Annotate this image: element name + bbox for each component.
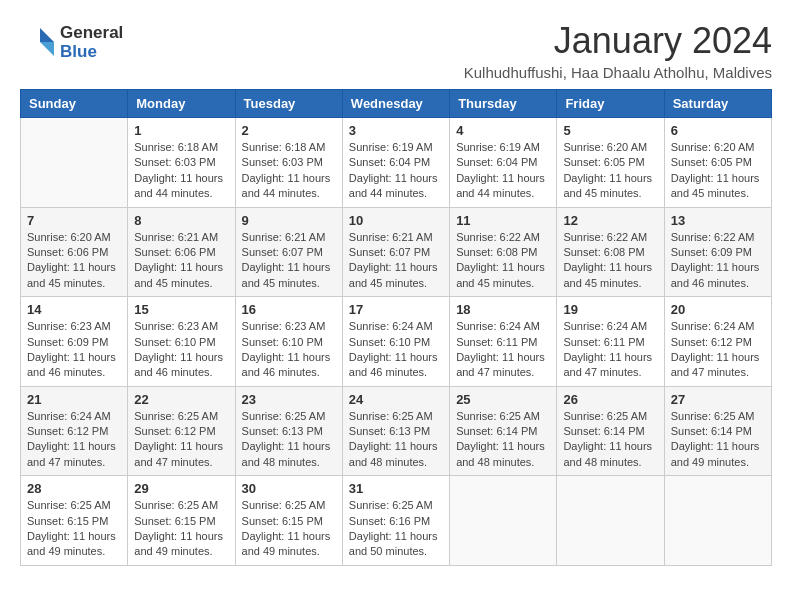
- day-number: 15: [134, 302, 228, 317]
- day-number: 7: [27, 213, 121, 228]
- table-row: 5Sunrise: 6:20 AMSunset: 6:05 PMDaylight…: [557, 118, 664, 208]
- table-row: [21, 118, 128, 208]
- logo-blue: Blue: [60, 43, 123, 62]
- day-info: Sunrise: 6:25 AMSunset: 6:12 PMDaylight:…: [134, 409, 228, 471]
- day-info: Sunrise: 6:24 AMSunset: 6:12 PMDaylight:…: [671, 319, 765, 381]
- day-info: Sunrise: 6:24 AMSunset: 6:10 PMDaylight:…: [349, 319, 443, 381]
- day-number: 19: [563, 302, 657, 317]
- day-number: 27: [671, 392, 765, 407]
- calendar-week-row: 1Sunrise: 6:18 AMSunset: 6:03 PMDaylight…: [21, 118, 772, 208]
- weekday-header: Sunday: [21, 90, 128, 118]
- day-number: 10: [349, 213, 443, 228]
- day-info: Sunrise: 6:22 AMSunset: 6:08 PMDaylight:…: [456, 230, 550, 292]
- day-number: 23: [242, 392, 336, 407]
- location-title: Kulhudhuffushi, Haa Dhaalu Atholhu, Mald…: [464, 64, 772, 81]
- day-info: Sunrise: 6:19 AMSunset: 6:04 PMDaylight:…: [349, 140, 443, 202]
- calendar-week-row: 7Sunrise: 6:20 AMSunset: 6:06 PMDaylight…: [21, 207, 772, 297]
- day-number: 31: [349, 481, 443, 496]
- table-row: 21Sunrise: 6:24 AMSunset: 6:12 PMDayligh…: [21, 386, 128, 476]
- calendar-header-row: SundayMondayTuesdayWednesdayThursdayFrid…: [21, 90, 772, 118]
- table-row: 18Sunrise: 6:24 AMSunset: 6:11 PMDayligh…: [450, 297, 557, 387]
- calendar-week-row: 14Sunrise: 6:23 AMSunset: 6:09 PMDayligh…: [21, 297, 772, 387]
- table-row: [664, 476, 771, 566]
- table-row: 20Sunrise: 6:24 AMSunset: 6:12 PMDayligh…: [664, 297, 771, 387]
- table-row: 11Sunrise: 6:22 AMSunset: 6:08 PMDayligh…: [450, 207, 557, 297]
- table-row: [450, 476, 557, 566]
- day-number: 20: [671, 302, 765, 317]
- day-info: Sunrise: 6:22 AMSunset: 6:08 PMDaylight:…: [563, 230, 657, 292]
- day-info: Sunrise: 6:19 AMSunset: 6:04 PMDaylight:…: [456, 140, 550, 202]
- table-row: 14Sunrise: 6:23 AMSunset: 6:09 PMDayligh…: [21, 297, 128, 387]
- day-number: 9: [242, 213, 336, 228]
- calendar-table: SundayMondayTuesdayWednesdayThursdayFrid…: [20, 89, 772, 566]
- table-row: 24Sunrise: 6:25 AMSunset: 6:13 PMDayligh…: [342, 386, 449, 476]
- table-row: 23Sunrise: 6:25 AMSunset: 6:13 PMDayligh…: [235, 386, 342, 476]
- day-info: Sunrise: 6:25 AMSunset: 6:14 PMDaylight:…: [671, 409, 765, 471]
- day-number: 29: [134, 481, 228, 496]
- table-row: 17Sunrise: 6:24 AMSunset: 6:10 PMDayligh…: [342, 297, 449, 387]
- table-row: 26Sunrise: 6:25 AMSunset: 6:14 PMDayligh…: [557, 386, 664, 476]
- page-header: General Blue January 2024 Kulhudhuffushi…: [20, 20, 772, 81]
- table-row: 6Sunrise: 6:20 AMSunset: 6:05 PMDaylight…: [664, 118, 771, 208]
- table-row: [557, 476, 664, 566]
- table-row: 29Sunrise: 6:25 AMSunset: 6:15 PMDayligh…: [128, 476, 235, 566]
- table-row: 31Sunrise: 6:25 AMSunset: 6:16 PMDayligh…: [342, 476, 449, 566]
- day-number: 16: [242, 302, 336, 317]
- table-row: 2Sunrise: 6:18 AMSunset: 6:03 PMDaylight…: [235, 118, 342, 208]
- day-number: 18: [456, 302, 550, 317]
- table-row: 7Sunrise: 6:20 AMSunset: 6:06 PMDaylight…: [21, 207, 128, 297]
- table-row: 30Sunrise: 6:25 AMSunset: 6:15 PMDayligh…: [235, 476, 342, 566]
- day-number: 5: [563, 123, 657, 138]
- table-row: 10Sunrise: 6:21 AMSunset: 6:07 PMDayligh…: [342, 207, 449, 297]
- calendar-week-row: 28Sunrise: 6:25 AMSunset: 6:15 PMDayligh…: [21, 476, 772, 566]
- day-info: Sunrise: 6:25 AMSunset: 6:13 PMDaylight:…: [242, 409, 336, 471]
- weekday-header: Saturday: [664, 90, 771, 118]
- table-row: 16Sunrise: 6:23 AMSunset: 6:10 PMDayligh…: [235, 297, 342, 387]
- logo: General Blue: [20, 24, 123, 62]
- day-number: 14: [27, 302, 121, 317]
- day-info: Sunrise: 6:20 AMSunset: 6:06 PMDaylight:…: [27, 230, 121, 292]
- day-info: Sunrise: 6:25 AMSunset: 6:16 PMDaylight:…: [349, 498, 443, 560]
- day-number: 28: [27, 481, 121, 496]
- day-info: Sunrise: 6:24 AMSunset: 6:11 PMDaylight:…: [456, 319, 550, 381]
- weekday-header: Wednesday: [342, 90, 449, 118]
- day-info: Sunrise: 6:25 AMSunset: 6:14 PMDaylight:…: [456, 409, 550, 471]
- day-number: 21: [27, 392, 121, 407]
- table-row: 1Sunrise: 6:18 AMSunset: 6:03 PMDaylight…: [128, 118, 235, 208]
- day-number: 2: [242, 123, 336, 138]
- day-info: Sunrise: 6:18 AMSunset: 6:03 PMDaylight:…: [242, 140, 336, 202]
- title-block: January 2024 Kulhudhuffushi, Haa Dhaalu …: [464, 20, 772, 81]
- table-row: 8Sunrise: 6:21 AMSunset: 6:06 PMDaylight…: [128, 207, 235, 297]
- day-info: Sunrise: 6:23 AMSunset: 6:10 PMDaylight:…: [242, 319, 336, 381]
- day-info: Sunrise: 6:21 AMSunset: 6:07 PMDaylight:…: [242, 230, 336, 292]
- day-number: 8: [134, 213, 228, 228]
- table-row: 12Sunrise: 6:22 AMSunset: 6:08 PMDayligh…: [557, 207, 664, 297]
- day-info: Sunrise: 6:23 AMSunset: 6:09 PMDaylight:…: [27, 319, 121, 381]
- day-info: Sunrise: 6:25 AMSunset: 6:13 PMDaylight:…: [349, 409, 443, 471]
- day-number: 22: [134, 392, 228, 407]
- table-row: 19Sunrise: 6:24 AMSunset: 6:11 PMDayligh…: [557, 297, 664, 387]
- day-info: Sunrise: 6:20 AMSunset: 6:05 PMDaylight:…: [671, 140, 765, 202]
- table-row: 15Sunrise: 6:23 AMSunset: 6:10 PMDayligh…: [128, 297, 235, 387]
- day-info: Sunrise: 6:20 AMSunset: 6:05 PMDaylight:…: [563, 140, 657, 202]
- weekday-header: Friday: [557, 90, 664, 118]
- table-row: 3Sunrise: 6:19 AMSunset: 6:04 PMDaylight…: [342, 118, 449, 208]
- table-row: 27Sunrise: 6:25 AMSunset: 6:14 PMDayligh…: [664, 386, 771, 476]
- table-row: 4Sunrise: 6:19 AMSunset: 6:04 PMDaylight…: [450, 118, 557, 208]
- day-number: 26: [563, 392, 657, 407]
- table-row: 13Sunrise: 6:22 AMSunset: 6:09 PMDayligh…: [664, 207, 771, 297]
- day-info: Sunrise: 6:25 AMSunset: 6:15 PMDaylight:…: [134, 498, 228, 560]
- logo-icon: [20, 24, 58, 62]
- day-info: Sunrise: 6:21 AMSunset: 6:06 PMDaylight:…: [134, 230, 228, 292]
- day-number: 12: [563, 213, 657, 228]
- day-info: Sunrise: 6:25 AMSunset: 6:14 PMDaylight:…: [563, 409, 657, 471]
- day-number: 24: [349, 392, 443, 407]
- day-number: 4: [456, 123, 550, 138]
- day-info: Sunrise: 6:24 AMSunset: 6:11 PMDaylight:…: [563, 319, 657, 381]
- weekday-header: Tuesday: [235, 90, 342, 118]
- month-title: January 2024: [464, 20, 772, 62]
- table-row: 25Sunrise: 6:25 AMSunset: 6:14 PMDayligh…: [450, 386, 557, 476]
- day-info: Sunrise: 6:23 AMSunset: 6:10 PMDaylight:…: [134, 319, 228, 381]
- day-info: Sunrise: 6:25 AMSunset: 6:15 PMDaylight:…: [27, 498, 121, 560]
- weekday-header: Monday: [128, 90, 235, 118]
